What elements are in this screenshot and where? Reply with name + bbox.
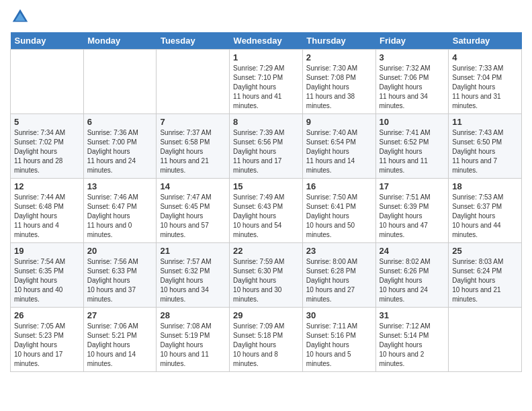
day-info: Sunrise: 7:46 AM Sunset: 6:47 PM Dayligh…	[87, 193, 153, 240]
day-info: Sunrise: 7:53 AM Sunset: 6:37 PM Dayligh…	[452, 193, 518, 240]
day-cell: 19 Sunrise: 7:54 AM Sunset: 6:35 PM Dayl…	[11, 243, 84, 308]
day-info: Sunrise: 7:12 AM Sunset: 5:14 PM Dayligh…	[380, 322, 445, 369]
day-cell: 3 Sunrise: 7:32 AM Sunset: 7:06 PM Dayli…	[375, 50, 449, 114]
day-number: 4	[452, 52, 518, 62]
day-cell: 1 Sunrise: 7:29 AM Sunset: 7:10 PM Dayli…	[230, 50, 303, 114]
day-info: Sunrise: 7:50 AM Sunset: 6:41 PM Dayligh…	[306, 193, 372, 240]
day-cell: 20 Sunrise: 7:56 AM Sunset: 6:33 PM Dayl…	[83, 243, 157, 308]
day-cell: 30 Sunrise: 7:11 AM Sunset: 5:16 PM Dayl…	[302, 308, 375, 372]
day-cell: 11 Sunrise: 7:43 AM Sunset: 6:50 PM Dayl…	[449, 114, 522, 179]
day-info: Sunrise: 7:11 AM Sunset: 5:16 PM Dayligh…	[306, 322, 372, 369]
day-number: 12	[14, 181, 80, 191]
day-info: Sunrise: 7:34 AM Sunset: 7:02 PM Dayligh…	[14, 128, 80, 175]
day-info: Sunrise: 7:40 AM Sunset: 6:54 PM Dayligh…	[306, 128, 372, 175]
day-cell	[449, 308, 522, 372]
day-cell: 13 Sunrise: 7:46 AM Sunset: 6:47 PM Dayl…	[83, 179, 157, 243]
day-cell: 14 Sunrise: 7:47 AM Sunset: 6:45 PM Dayl…	[157, 179, 230, 243]
day-info: Sunrise: 7:57 AM Sunset: 6:32 PM Dayligh…	[160, 257, 226, 304]
day-number: 14	[160, 181, 226, 191]
week-row-1: 1 Sunrise: 7:29 AM Sunset: 7:10 PM Dayli…	[11, 50, 522, 114]
day-info: Sunrise: 7:43 AM Sunset: 6:50 PM Dayligh…	[452, 128, 518, 175]
day-cell: 10 Sunrise: 7:41 AM Sunset: 6:52 PM Dayl…	[375, 114, 449, 179]
day-number: 27	[87, 310, 153, 320]
day-cell: 2 Sunrise: 7:30 AM Sunset: 7:08 PM Dayli…	[302, 50, 375, 114]
day-cell: 26 Sunrise: 7:05 AM Sunset: 5:23 PM Dayl…	[11, 308, 84, 372]
day-info: Sunrise: 8:03 AM Sunset: 6:24 PM Dayligh…	[452, 257, 518, 304]
day-cell	[11, 50, 84, 114]
day-number: 6	[87, 117, 153, 127]
day-info: Sunrise: 7:39 AM Sunset: 6:56 PM Dayligh…	[233, 128, 299, 175]
day-info: Sunrise: 7:09 AM Sunset: 5:18 PM Dayligh…	[233, 322, 299, 369]
week-row-2: 5 Sunrise: 7:34 AM Sunset: 7:02 PM Dayli…	[11, 114, 522, 179]
day-cell: 12 Sunrise: 7:44 AM Sunset: 6:48 PM Dayl…	[11, 179, 84, 243]
day-info: Sunrise: 7:32 AM Sunset: 7:06 PM Dayligh…	[380, 64, 445, 111]
day-number: 16	[306, 181, 372, 191]
day-cell: 17 Sunrise: 7:51 AM Sunset: 6:39 PM Dayl…	[375, 179, 449, 243]
week-row-5: 26 Sunrise: 7:05 AM Sunset: 5:23 PM Dayl…	[11, 308, 522, 372]
day-info: Sunrise: 7:59 AM Sunset: 6:30 PM Dayligh…	[233, 257, 299, 304]
day-number: 29	[233, 310, 299, 320]
day-info: Sunrise: 7:51 AM Sunset: 6:39 PM Dayligh…	[380, 193, 445, 240]
day-number: 5	[14, 117, 80, 127]
day-cell: 9 Sunrise: 7:40 AM Sunset: 6:54 PM Dayli…	[302, 114, 375, 179]
day-info: Sunrise: 7:29 AM Sunset: 7:10 PM Dayligh…	[233, 64, 299, 111]
day-cell: 15 Sunrise: 7:49 AM Sunset: 6:43 PM Dayl…	[230, 179, 303, 243]
calendar-header: SundayMondayTuesdayWednesdayThursdayFrid…	[11, 32, 522, 50]
day-number: 9	[306, 117, 372, 127]
weekday-header-thursday: Thursday	[302, 32, 375, 50]
day-info: Sunrise: 7:08 AM Sunset: 5:19 PM Dayligh…	[160, 322, 226, 369]
day-number: 10	[380, 117, 445, 127]
day-cell: 25 Sunrise: 8:03 AM Sunset: 6:24 PM Dayl…	[449, 243, 522, 308]
day-info: Sunrise: 7:36 AM Sunset: 7:00 PM Dayligh…	[87, 128, 153, 175]
day-number: 22	[233, 246, 299, 256]
day-cell: 27 Sunrise: 7:06 AM Sunset: 5:21 PM Dayl…	[83, 308, 157, 372]
page-container: SundayMondayTuesdayWednesdayThursdayFrid…	[0, 0, 532, 379]
day-info: Sunrise: 7:33 AM Sunset: 7:04 PM Dayligh…	[452, 64, 518, 111]
day-number: 30	[306, 310, 372, 320]
day-info: Sunrise: 7:30 AM Sunset: 7:08 PM Dayligh…	[306, 64, 372, 111]
day-info: Sunrise: 7:41 AM Sunset: 6:52 PM Dayligh…	[380, 128, 445, 175]
day-number: 2	[306, 52, 372, 62]
day-cell: 24 Sunrise: 8:02 AM Sunset: 6:26 PM Dayl…	[375, 243, 449, 308]
day-number: 20	[87, 246, 153, 256]
day-info: Sunrise: 7:44 AM Sunset: 6:48 PM Dayligh…	[14, 193, 80, 240]
weekday-header-saturday: Saturday	[449, 32, 522, 50]
day-info: Sunrise: 7:05 AM Sunset: 5:23 PM Dayligh…	[14, 322, 80, 369]
day-info: Sunrise: 7:06 AM Sunset: 5:21 PM Dayligh…	[87, 322, 153, 369]
day-cell: 5 Sunrise: 7:34 AM Sunset: 7:02 PM Dayli…	[11, 114, 84, 179]
day-number: 24	[380, 246, 445, 256]
day-number: 7	[160, 117, 226, 127]
day-cell: 6 Sunrise: 7:36 AM Sunset: 7:00 PM Dayli…	[83, 114, 157, 179]
page-header	[10, 7, 522, 27]
day-cell: 29 Sunrise: 7:09 AM Sunset: 5:18 PM Dayl…	[230, 308, 303, 372]
day-cell: 4 Sunrise: 7:33 AM Sunset: 7:04 PM Dayli…	[449, 50, 522, 114]
day-cell: 18 Sunrise: 7:53 AM Sunset: 6:37 PM Dayl…	[449, 179, 522, 243]
day-cell: 16 Sunrise: 7:50 AM Sunset: 6:41 PM Dayl…	[302, 179, 375, 243]
day-number: 23	[306, 246, 372, 256]
day-number: 26	[14, 310, 80, 320]
weekday-header-wednesday: Wednesday	[230, 32, 303, 50]
weekday-header-sunday: Sunday	[11, 32, 84, 50]
day-number: 1	[233, 52, 299, 62]
weekday-header-monday: Monday	[83, 32, 157, 50]
week-row-3: 12 Sunrise: 7:44 AM Sunset: 6:48 PM Dayl…	[11, 179, 522, 243]
logo	[10, 7, 33, 27]
weekday-header-tuesday: Tuesday	[157, 32, 230, 50]
calendar-body: 1 Sunrise: 7:29 AM Sunset: 7:10 PM Dayli…	[11, 50, 522, 372]
day-number: 17	[380, 181, 445, 191]
weekday-row: SundayMondayTuesdayWednesdayThursdayFrid…	[11, 32, 522, 50]
day-cell: 8 Sunrise: 7:39 AM Sunset: 6:56 PM Dayli…	[230, 114, 303, 179]
day-number: 13	[87, 181, 153, 191]
day-number: 18	[452, 181, 518, 191]
day-cell	[157, 50, 230, 114]
day-cell: 28 Sunrise: 7:08 AM Sunset: 5:19 PM Dayl…	[157, 308, 230, 372]
day-number: 8	[233, 117, 299, 127]
day-number: 15	[233, 181, 299, 191]
day-info: Sunrise: 7:56 AM Sunset: 6:33 PM Dayligh…	[87, 257, 153, 304]
day-info: Sunrise: 7:54 AM Sunset: 6:35 PM Dayligh…	[14, 257, 80, 304]
day-cell	[83, 50, 157, 114]
day-info: Sunrise: 7:47 AM Sunset: 6:45 PM Dayligh…	[160, 193, 226, 240]
day-cell: 23 Sunrise: 8:00 AM Sunset: 6:28 PM Dayl…	[302, 243, 375, 308]
logo-icon	[10, 7, 30, 27]
day-cell: 21 Sunrise: 7:57 AM Sunset: 6:32 PM Dayl…	[157, 243, 230, 308]
